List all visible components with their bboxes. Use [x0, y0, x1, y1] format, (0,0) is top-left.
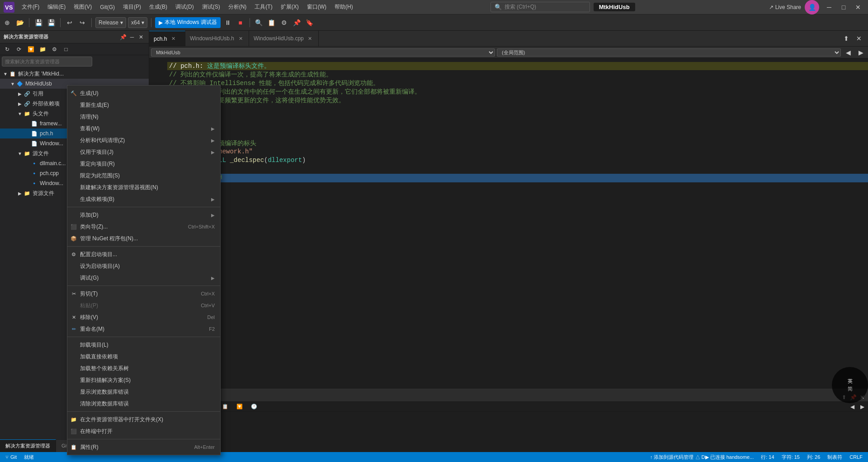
- minimize-button[interactable]: ─: [823, 1, 835, 14]
- nav-arrow-right[interactable]: ▶: [855, 47, 866, 58]
- status-git[interactable]: ⑂ Git: [4, 452, 19, 462]
- editor-expand-btn[interactable]: ⬆: [841, 33, 852, 44]
- toolbar-extra-4[interactable]: 📌: [292, 17, 302, 28]
- nav-global-dropdown[interactable]: (全局范围): [497, 48, 841, 57]
- ctx-item-nuget[interactable]: 📦 管理 NuGet 程序包(N)...: [67, 233, 220, 244]
- ctx-item-deps[interactable]: 生成依赖项(B) ▶: [67, 193, 220, 205]
- menu-test[interactable]: 测试(S): [198, 1, 224, 13]
- toolbar-extra-3[interactable]: ⚙: [279, 17, 290, 28]
- toolbar-saveall-btn[interactable]: 💾: [46, 17, 57, 28]
- status-row[interactable]: 行: 14: [759, 452, 776, 462]
- tab-winhidusb-h-close[interactable]: ✕: [237, 35, 244, 42]
- editor-close-btn[interactable]: ✕: [854, 33, 864, 44]
- se-filter-btn[interactable]: 🔽: [25, 44, 36, 55]
- ctx-item-clean[interactable]: 清理(N): [67, 111, 220, 123]
- menu-extensions[interactable]: 扩展(X): [277, 1, 302, 13]
- menu-help[interactable]: 帮助(H): [331, 1, 357, 13]
- status-encoding[interactable]: 制表符: [826, 452, 844, 462]
- ctx-item-open-terminal[interactable]: ⬛ 在终端中打开: [67, 425, 220, 437]
- toolbar-save-btn[interactable]: 💾: [33, 17, 44, 28]
- toolbar-undo-btn[interactable]: ↩: [64, 17, 75, 28]
- ctx-item-remove[interactable]: ✕ 移除(V) Del: [67, 311, 220, 323]
- output-history-btn[interactable]: 🕐: [249, 401, 259, 412]
- se-settings-btn[interactable]: ⚙: [49, 44, 60, 55]
- menu-edit[interactable]: 编辑(E): [44, 1, 69, 13]
- panel-pin-btn[interactable]: 📌: [119, 33, 127, 41]
- bottom-problem-nav-left[interactable]: ◀: [848, 403, 856, 411]
- menu-tools[interactable]: 工具(T): [251, 1, 276, 13]
- se-refresh-btn[interactable]: ⟳: [14, 44, 24, 55]
- tab-winhidusb-h[interactable]: WindowsHidUsb.h ✕: [185, 31, 249, 47]
- ctx-item-clear-db-errors[interactable]: 清除浏览数据库错误: [67, 398, 220, 410]
- close-button[interactable]: ✕: [852, 1, 864, 14]
- toolbar-redo-btn[interactable]: ↪: [77, 17, 88, 28]
- config-dropdown[interactable]: Release ▾: [95, 17, 126, 28]
- toolbar-open-btn[interactable]: 📂: [14, 17, 25, 28]
- ctx-item-properties[interactable]: 📋 属性(R) Alt+Enter: [67, 441, 220, 453]
- ctx-item-retarget[interactable]: 重定向项目(R): [67, 158, 220, 170]
- menu-build[interactable]: 生成(B): [146, 1, 171, 13]
- menu-file[interactable]: 文件(F): [18, 1, 43, 13]
- status-ready[interactable]: 就绪: [22, 452, 36, 462]
- se-folder-btn[interactable]: 📁: [37, 44, 48, 55]
- panel-close-btn[interactable]: ✕: [137, 33, 145, 41]
- menu-debug[interactable]: 调试(D): [172, 1, 198, 13]
- menu-git[interactable]: Git(G): [96, 2, 118, 12]
- ctx-item-scope[interactable]: 限定为此范围(S): [67, 170, 220, 181]
- ctx-item-analyze[interactable]: 分析和代码清理(Z) ▶: [67, 134, 220, 146]
- ctx-item-load-direct[interactable]: 加载直接依赖项: [67, 351, 220, 362]
- ctx-item-show-db-errors[interactable]: 显示浏览数据库错误: [67, 386, 220, 398]
- toolbar-new-btn[interactable]: ⊕: [2, 17, 13, 28]
- ctx-item-open-explorer[interactable]: 📁 在文件资源管理器中打开文件夹(X): [67, 414, 220, 425]
- tab-winhidusb-cpp-close[interactable]: ✕: [307, 35, 314, 42]
- ctx-item-rebuild[interactable]: 重新生成(E): [67, 99, 220, 111]
- se-tab-solution-explorer[interactable]: 解决方案资源管理器: [0, 439, 56, 452]
- ctx-item-build[interactable]: 🔨 生成(U): [67, 87, 220, 99]
- status-line-ending[interactable]: CRLF: [848, 452, 864, 462]
- tree-item-solution[interactable]: ▼ 📋 解决方案 'MtkHid...: [0, 69, 149, 79]
- ctx-item-rescan[interactable]: 重新扫描解决方案(S): [67, 374, 220, 386]
- ctx-item-add[interactable]: 添加(D) ▶: [67, 209, 220, 221]
- menu-window[interactable]: 窗口(W): [303, 1, 330, 13]
- ctx-item-class-wizard[interactable]: ⬛ 类向导(Z)... Ctrl+Shift+X: [67, 221, 220, 233]
- panel-minimize-btn[interactable]: ─: [128, 33, 136, 41]
- code-editor[interactable]: // pch.h: 这是预编译标头文件。 // 列出的文件仅编译一次，提高了将来…: [149, 58, 868, 389]
- ctx-item-startup-config[interactable]: ⚙ 配置启动项目...: [67, 248, 220, 260]
- ctx-item-only-project[interactable]: 仅用于项目(J) ▶: [67, 146, 220, 158]
- toolbar-extra-5[interactable]: 🔖: [304, 17, 315, 28]
- se-sync-btn[interactable]: ↻: [2, 44, 13, 55]
- ctx-item-unload[interactable]: 卸载项目(L): [67, 339, 220, 351]
- tab-winhidusb-cpp[interactable]: WindowsHidUsb.cpp ✕: [249, 31, 319, 47]
- solution-explorer-search[interactable]: [2, 57, 92, 67]
- ctx-item-cut[interactable]: ✂ 剪切(T) Ctrl+X: [67, 288, 220, 300]
- toolbar-stop-btn[interactable]: ■: [235, 17, 246, 28]
- user-avatar[interactable]: 👤: [805, 0, 819, 14]
- maximize-button[interactable]: □: [837, 1, 850, 14]
- bottom-problem-nav-right[interactable]: ▶: [858, 403, 866, 411]
- menu-project[interactable]: 项目(P): [119, 1, 145, 13]
- ctx-item-set-startup[interactable]: 设为启动项目(A): [67, 260, 220, 272]
- ctx-item-view[interactable]: 查看(W) ▶: [67, 123, 220, 134]
- se-view-btn[interactable]: □: [61, 44, 71, 55]
- tab-pch-h-close[interactable]: ✕: [170, 35, 177, 43]
- run-button[interactable]: ▶ 本地 Windows 调试器: [155, 17, 220, 28]
- nav-arrow-left[interactable]: ◀: [843, 47, 854, 58]
- liveshare-button[interactable]: ↗ Live Share: [769, 4, 801, 10]
- tab-pch-h[interactable]: pch.h ✕: [149, 31, 185, 47]
- menu-view[interactable]: 视图(V): [70, 1, 95, 13]
- lang-picker-overlay[interactable]: 英 简: [832, 367, 868, 403]
- menu-analyze[interactable]: 分析(N): [225, 1, 250, 13]
- status-col[interactable]: 字符: 15: [780, 452, 802, 462]
- toolbar-extra-1[interactable]: 🔍: [254, 17, 264, 28]
- ctx-item-new-view[interactable]: 新建解决方案资源管理器视图(N): [67, 181, 220, 193]
- nav-scope-dropdown[interactable]: MtkHidUsb: [151, 48, 495, 57]
- ctx-item-load-all[interactable]: 加载整个依赖关系树: [67, 362, 220, 374]
- toolbar-extra-2[interactable]: 📋: [266, 17, 277, 28]
- output-filter-btn[interactable]: 🔽: [234, 401, 245, 412]
- ctx-item-debug[interactable]: 调试(G) ▶: [67, 272, 220, 284]
- toolbar-pause-btn[interactable]: ⏸: [222, 17, 233, 28]
- ctx-item-rename[interactable]: ✏ 重命名(M) F2: [67, 323, 220, 335]
- output-copy-btn[interactable]: 📋: [220, 401, 231, 412]
- status-add-source[interactable]: ↑ 添加到源代码管理 △ D▶ 已连接 handsome...: [648, 452, 755, 462]
- status-pos[interactable]: 列: 26: [805, 452, 822, 462]
